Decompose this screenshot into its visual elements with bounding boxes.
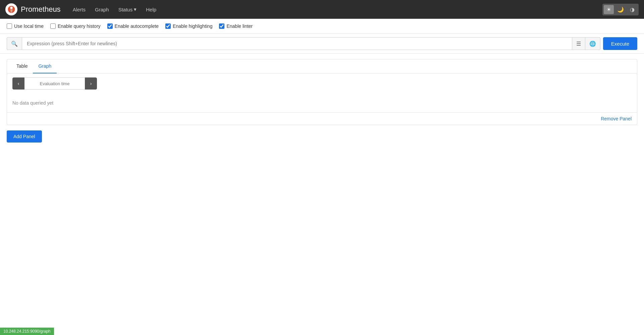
brand-icon — [5, 3, 17, 15]
brand-name: Prometheus — [21, 5, 61, 14]
enable-linter-option[interactable]: Enable linter — [219, 23, 253, 29]
brand-logo[interactable]: Prometheus — [5, 3, 61, 15]
add-panel-button[interactable]: Add Panel — [7, 130, 42, 143]
enable-query-history-checkbox[interactable] — [50, 23, 56, 29]
panel-tabs: Table Graph — [7, 59, 637, 73]
alerts-link[interactable]: Alerts — [69, 4, 90, 15]
use-local-time-label: Use local time — [14, 23, 44, 29]
enable-highlighting-label: Enable highlighting — [173, 23, 212, 29]
enable-query-history-label: Enable query history — [58, 23, 101, 29]
eval-controls: ‹ › — [7, 73, 637, 94]
enable-autocomplete-checkbox[interactable] — [107, 23, 113, 29]
globe-icon-btn[interactable]: 🌐 — [585, 37, 600, 50]
enable-linter-label: Enable linter — [226, 23, 253, 29]
theme-controls: ☀ 🌙 ◑ — [602, 4, 639, 15]
nav-links: Alerts Graph Status ▾ Help — [69, 4, 594, 15]
search-icon: 🔍 — [11, 41, 18, 47]
tab-graph[interactable]: Graph — [33, 59, 57, 73]
history-icon-btn[interactable]: ☰ — [572, 37, 585, 50]
eval-prev-btn[interactable]: ‹ — [12, 77, 24, 90]
options-bar: Use local time Enable query history Enab… — [0, 19, 644, 34]
dark-theme-btn[interactable]: 🌙 — [614, 5, 627, 14]
expression-bar: 🔍 ☰ 🌐 Execute — [0, 34, 644, 54]
no-data-message: No data queried yet — [7, 94, 637, 112]
dropdown-chevron-icon: ▾ — [134, 6, 137, 12]
eval-time-input[interactable] — [24, 77, 85, 90]
enable-query-history-option[interactable]: Enable query history — [50, 23, 101, 29]
search-icon-btn[interactable]: 🔍 — [7, 37, 22, 50]
help-link[interactable]: Help — [142, 4, 160, 15]
graph-link[interactable]: Graph — [91, 4, 113, 15]
enable-highlighting-checkbox[interactable] — [165, 23, 171, 29]
enable-autocomplete-label: Enable autocomplete — [115, 23, 159, 29]
execute-button[interactable]: Execute — [603, 37, 637, 50]
navbar: Prometheus Alerts Graph Status ▾ Help ☀ … — [0, 0, 644, 19]
use-local-time-option[interactable]: Use local time — [7, 23, 44, 29]
svg-rect-2 — [10, 10, 13, 10]
eval-next-btn[interactable]: › — [85, 77, 97, 90]
panel-footer: Remove Panel — [7, 112, 637, 125]
enable-linter-checkbox[interactable] — [219, 23, 224, 29]
status-dropdown[interactable]: Status ▾ — [114, 4, 141, 15]
query-panel: Table Graph ‹ › No data queried yet Remo… — [7, 59, 637, 125]
svg-rect-4 — [11, 12, 12, 12]
light-theme-btn[interactable]: ☀ — [604, 5, 614, 14]
enable-autocomplete-option[interactable]: Enable autocomplete — [107, 23, 159, 29]
remove-panel-button[interactable]: Remove Panel — [601, 116, 632, 121]
history-icon: ☰ — [576, 41, 581, 47]
auto-theme-btn[interactable]: ◑ — [627, 5, 637, 14]
enable-highlighting-option[interactable]: Enable highlighting — [165, 23, 212, 29]
use-local-time-checkbox[interactable] — [7, 23, 12, 29]
globe-icon: 🌐 — [589, 41, 596, 47]
svg-point-1 — [10, 7, 13, 9]
svg-rect-3 — [10, 11, 12, 11]
tab-table[interactable]: Table — [11, 59, 33, 73]
expression-input[interactable] — [22, 37, 572, 50]
